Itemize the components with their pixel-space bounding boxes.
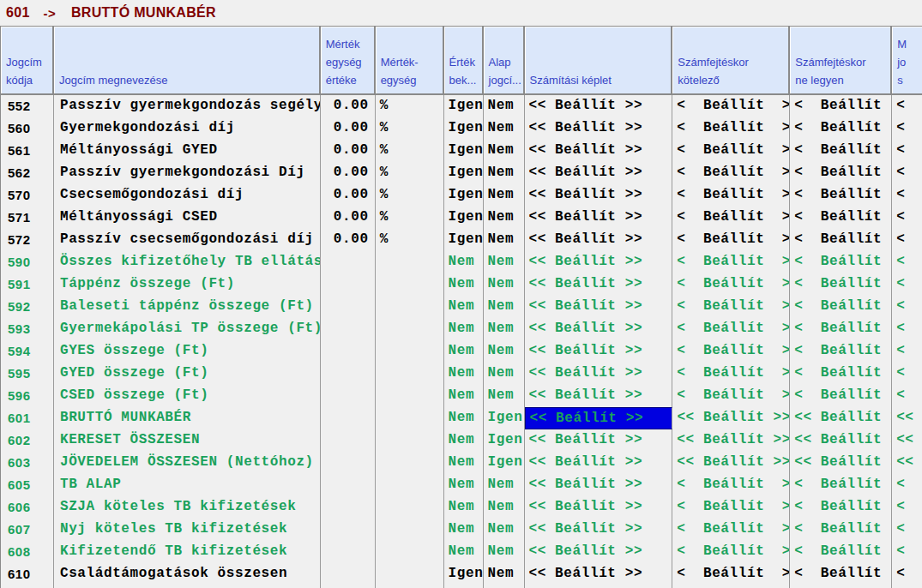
kotelezo-set-button[interactable]: < Beállít >: [672, 340, 790, 363]
name-cell[interactable]: Passzív gyermekgondozási Díj: [54, 162, 321, 184]
unit-cell[interactable]: [376, 519, 444, 541]
unit-cell[interactable]: %: [376, 117, 444, 140]
name-cell[interactable]: Passzív gyermekgondozás segély: [54, 95, 321, 117]
ne-legyen-set-button[interactable]: < Beállít >: [790, 184, 892, 207]
code-cell[interactable]: 602: [1, 429, 54, 452]
code-cell[interactable]: 571: [1, 207, 54, 229]
extra-set-button[interactable]: < Beállít >: [892, 229, 922, 251]
name-cell[interactable]: Csecsemőgondozási díj: [54, 184, 321, 207]
name-cell[interactable]: Méltányossági CSED: [54, 207, 321, 229]
value-cell[interactable]: [321, 273, 376, 296]
ne-legyen-set-button[interactable]: < Beállít >: [790, 340, 892, 363]
szamitasi-set-button[interactable]: << Beállít >>: [525, 474, 673, 496]
kotelezo-set-button[interactable]: < Beállít >: [672, 162, 790, 184]
code-cell[interactable]: 608: [1, 541, 54, 563]
value-cell[interactable]: [321, 519, 376, 541]
unit-cell[interactable]: %: [376, 95, 444, 117]
name-cell[interactable]: Méltányossági GYED: [54, 140, 321, 162]
ertek-bek-cell[interactable]: Igen: [444, 184, 484, 207]
code-cell[interactable]: 593: [1, 318, 54, 340]
code-cell[interactable]: 596: [1, 385, 54, 407]
ertek-bek-cell[interactable]: Nem: [444, 429, 484, 452]
szamitasi-set-button[interactable]: << Beállít >>: [525, 541, 673, 563]
extra-set-button[interactable]: < Beállít >: [892, 496, 922, 519]
value-cell[interactable]: [321, 251, 376, 273]
ne-legyen-set-button[interactable]: < Beállít >: [790, 496, 892, 519]
alap-jogci-cell[interactable]: Nem: [484, 251, 525, 273]
name-cell[interactable]: JÖVEDELEM ÖSSZESEN (Nettóhoz): [54, 452, 321, 474]
ertek-bek-cell[interactable]: Nem: [444, 273, 484, 296]
kotelezo-set-button[interactable]: < Beállít >: [672, 184, 790, 207]
code-cell[interactable]: 552: [1, 95, 54, 117]
unit-cell[interactable]: [376, 496, 444, 519]
kotelezo-set-button[interactable]: < Beállít >: [672, 296, 790, 318]
kotelezo-set-button[interactable]: < Beállít >: [672, 474, 790, 496]
ne-legyen-set-button[interactable]: < Beállít >: [790, 385, 892, 407]
szamitasi-set-button[interactable]: << Beállít >>: [525, 229, 673, 251]
szamitasi-set-button[interactable]: << Beállít >>: [525, 340, 673, 363]
name-cell[interactable]: TB ALAP: [54, 474, 321, 496]
alap-jogci-cell[interactable]: Nem: [484, 385, 525, 407]
unit-cell[interactable]: %: [376, 229, 444, 251]
unit-cell[interactable]: [376, 273, 444, 296]
szamitasi-set-button[interactable]: << Beállít >>: [525, 296, 673, 318]
ertek-bek-cell[interactable]: Nem: [444, 296, 484, 318]
unit-cell[interactable]: [376, 385, 444, 407]
value-cell[interactable]: 0.00: [321, 117, 376, 140]
ertek-bek-cell[interactable]: Igen: [444, 162, 484, 184]
name-cell[interactable]: GYED összege (Ft): [54, 363, 321, 385]
name-cell[interactable]: Táppénz összege (Ft): [54, 273, 321, 296]
code-cell[interactable]: 594: [1, 340, 54, 363]
kotelezo-set-button[interactable]: << Beállít >>: [672, 429, 790, 452]
ne-legyen-set-button[interactable]: < Beállít >: [790, 140, 892, 162]
extra-set-button[interactable]: << Beállít >>: [892, 452, 922, 474]
kotelezo-set-button[interactable]: << Beállít >>: [672, 407, 790, 429]
kotelezo-set-button[interactable]: < Beállít >: [672, 519, 790, 541]
ertek-bek-cell[interactable]: Nem: [444, 452, 484, 474]
unit-cell[interactable]: [376, 318, 444, 340]
extra-set-button[interactable]: << Beállít >>: [892, 407, 922, 429]
alap-jogci-cell[interactable]: Nem: [484, 117, 525, 140]
alap-jogci-cell[interactable]: Nem: [484, 95, 525, 117]
unit-cell[interactable]: [376, 563, 444, 585]
ne-legyen-set-button[interactable]: << Beállít >>: [790, 452, 892, 474]
code-cell[interactable]: 610: [1, 563, 54, 585]
value-cell[interactable]: [321, 452, 376, 474]
alap-jogci-cell[interactable]: Nem: [484, 296, 525, 318]
ne-legyen-set-button[interactable]: < Beállít >: [790, 363, 892, 385]
szamitasi-set-button[interactable]: << Beállít >>: [525, 429, 673, 452]
kotelezo-set-button[interactable]: < Beállít >: [672, 385, 790, 407]
value-cell[interactable]: [321, 563, 376, 585]
value-cell[interactable]: [321, 340, 376, 363]
extra-set-button[interactable]: < Beállít >: [892, 140, 922, 162]
extra-set-button[interactable]: < Beállít >: [892, 363, 922, 385]
name-cell[interactable]: GYES összege (Ft): [54, 340, 321, 363]
unit-cell[interactable]: %: [376, 184, 444, 207]
ne-legyen-set-button[interactable]: < Beállít >: [790, 207, 892, 229]
szamitasi-set-button[interactable]: << Beállít >>: [525, 318, 673, 340]
code-cell[interactable]: 592: [1, 296, 54, 318]
alap-jogci-cell[interactable]: Nem: [484, 273, 525, 296]
value-cell[interactable]: [321, 496, 376, 519]
unit-cell[interactable]: [376, 340, 444, 363]
code-cell[interactable]: 562: [1, 162, 54, 184]
name-cell[interactable]: Baleseti táppénz összege (Ft): [54, 296, 321, 318]
ertek-bek-cell[interactable]: Igen: [444, 95, 484, 117]
code-cell[interactable]: 570: [1, 184, 54, 207]
ne-legyen-set-button[interactable]: < Beállít >: [790, 229, 892, 251]
alap-jogci-cell[interactable]: Igen: [484, 429, 525, 452]
ertek-bek-cell[interactable]: Nem: [444, 340, 484, 363]
extra-set-button[interactable]: < Beállít >: [892, 117, 922, 140]
value-cell[interactable]: [321, 474, 376, 496]
ertek-bek-cell[interactable]: Nem: [444, 407, 484, 429]
szamitasi-set-button[interactable]: << Beállít >>: [525, 251, 673, 273]
szamitasi-set-button[interactable]: << Beállít >>: [525, 162, 673, 184]
szamitasi-set-button[interactable]: << Beállít >>: [525, 140, 673, 162]
unit-cell[interactable]: [376, 296, 444, 318]
szamitasi-set-button[interactable]: << Beállít >>: [525, 452, 673, 474]
szamitasi-set-button[interactable]: << Beállít >>: [525, 184, 673, 207]
alap-jogci-cell[interactable]: Igen: [484, 407, 525, 429]
value-cell[interactable]: [321, 385, 376, 407]
value-cell[interactable]: [321, 363, 376, 385]
ertek-bek-cell[interactable]: Nem: [444, 251, 484, 273]
